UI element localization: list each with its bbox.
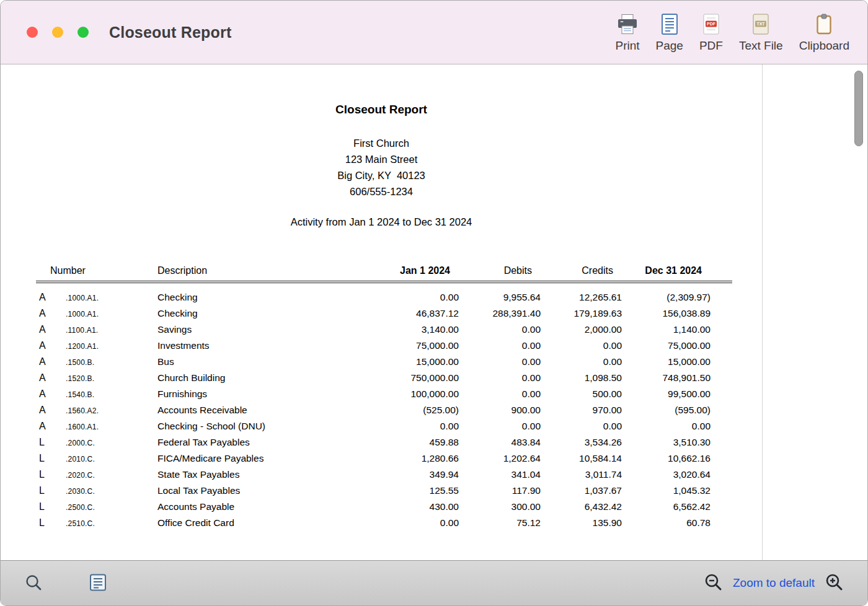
credits-value: 12,265.61 — [541, 289, 622, 305]
table-row: L .2030.C. Local Tax Payables 125.55 117… — [36, 483, 732, 499]
clipboard-icon — [815, 14, 833, 35]
pdf-icon: PDF — [702, 14, 720, 35]
print-button-label: Print — [615, 39, 639, 53]
zoom-out-button[interactable] — [704, 573, 723, 594]
account-number: .1500.B. — [61, 354, 154, 371]
end-balance: 156,038.89 — [622, 305, 711, 322]
debits-value: 0.00 — [459, 322, 541, 338]
account-description: Bus — [154, 354, 355, 370]
end-balance: 60.78 — [622, 515, 711, 531]
table-row: L .2510.C. Office Credit Card 0.00 75.12… — [36, 515, 732, 531]
start-balance: 459.88 — [355, 434, 459, 450]
header-start-date: Jan 1 2024 — [355, 265, 459, 276]
printer-icon — [616, 14, 639, 35]
start-balance: 3,140.00 — [355, 322, 459, 338]
account-description: Office Credit Card — [154, 515, 355, 531]
account-description: Accounts Receivable — [154, 402, 355, 418]
pdf-button[interactable]: PDF PDF — [691, 9, 731, 56]
credits-value: 970.00 — [541, 402, 622, 418]
start-balance: 125.55 — [355, 483, 459, 499]
zoom-in-icon — [825, 573, 844, 594]
table-row: A .1520.B. Church Building 750,000.00 0.… — [36, 370, 732, 386]
magnifier-button[interactable] — [24, 573, 43, 594]
table-row: L .2010.C. FICA/Medicare Payables 1,280.… — [36, 450, 732, 467]
end-balance: 6,562.42 — [622, 499, 711, 515]
report-table-header: Number Description Jan 1 2024 Debits Cre… — [36, 265, 732, 283]
close-window-button[interactable] — [27, 27, 38, 38]
report-text-view-button[interactable] — [89, 573, 107, 594]
magnifier-icon — [24, 573, 43, 594]
account-description: Savings — [154, 322, 355, 338]
print-button[interactable]: Print — [607, 9, 647, 56]
table-row: L .2020.C. State Tax Payables 349.94 341… — [36, 467, 732, 483]
debits-value: 0.00 — [459, 418, 541, 434]
text-file-button[interactable]: TXT Text File — [731, 9, 791, 56]
end-balance: 1,140.00 — [622, 322, 711, 338]
debits-value: 288,391.40 — [459, 305, 541, 322]
end-balance: 1,045.32 — [622, 483, 711, 499]
zoom-to-default-link[interactable]: Zoom to default — [733, 576, 815, 590]
app-window: Closeout Report Print — [0, 0, 868, 606]
account-number: .2020.C. — [61, 467, 154, 483]
credits-value: 500.00 — [541, 386, 622, 402]
statusbar-zoom-controls: Zoom to default — [704, 573, 844, 594]
account-type: A — [36, 289, 61, 305]
org-line: 123 Main Street — [1, 151, 762, 167]
account-number: .2010.C. — [61, 451, 154, 467]
statusbar-left-tools — [24, 573, 107, 594]
minimize-window-button[interactable] — [52, 27, 63, 38]
account-description: Local Tax Payables — [154, 483, 355, 499]
account-type: L — [36, 483, 61, 499]
account-type: A — [36, 322, 61, 338]
account-description: FICA/Medicare Payables — [154, 450, 355, 467]
end-balance: (2,309.97) — [622, 289, 711, 305]
account-description: State Tax Payables — [154, 467, 355, 483]
activity-range-line: Activity from Jan 1 2024 to Dec 31 2024 — [1, 216, 762, 228]
header-debits: Debits — [459, 265, 541, 276]
text-file-button-label: Text File — [739, 39, 783, 53]
text-file-icon: TXT — [751, 14, 770, 35]
account-type: A — [36, 402, 61, 418]
account-type: L — [36, 450, 61, 467]
end-balance: 748,901.50 — [622, 370, 711, 386]
table-row: A .1100.A1. Savings 3,140.00 0.00 2,000.… — [36, 322, 732, 338]
account-number: .1200.A1. — [61, 338, 154, 354]
end-balance: 0.00 — [622, 418, 711, 434]
report-document: Closeout Report First Church123 Main Str… — [1, 64, 762, 533]
account-type: L — [36, 515, 61, 531]
start-balance: 0.00 — [355, 418, 459, 434]
start-balance: 75,000.00 — [355, 338, 459, 354]
end-balance: 15,000.00 — [622, 354, 711, 370]
account-type: A — [36, 354, 61, 370]
zoom-window-button[interactable] — [78, 27, 89, 38]
clipboard-button[interactable]: Clipboard — [791, 9, 857, 56]
vertical-scrollbar-thumb[interactable] — [854, 71, 863, 146]
account-number: .1540.B. — [61, 387, 154, 403]
credits-value: 135.90 — [541, 515, 622, 531]
account-number: .2030.C. — [61, 483, 154, 499]
account-type: L — [36, 467, 61, 483]
account-description: Accounts Payable — [154, 499, 355, 515]
zoom-in-button[interactable] — [825, 573, 844, 594]
account-number: .1000.A1. — [61, 290, 154, 306]
table-row: A .1500.B. Bus 15,000.00 0.00 0.00 15,00… — [36, 354, 732, 370]
debits-value: 0.00 — [459, 370, 541, 386]
credits-value: 3,011.74 — [541, 467, 622, 483]
account-number: .1000.A1. — [61, 306, 154, 322]
end-balance: 75,000.00 — [622, 338, 711, 354]
account-number: .1560.A2. — [61, 403, 154, 419]
start-balance: 0.00 — [355, 515, 459, 531]
start-balance: (525.00) — [355, 402, 459, 418]
account-description: Checking — [154, 289, 355, 305]
credits-value: 6,432.42 — [541, 499, 622, 515]
report-table: Number Description Jan 1 2024 Debits Cre… — [36, 265, 732, 531]
report-view: Closeout Report First Church123 Main Str… — [1, 64, 867, 560]
start-balance: 1,280.66 — [355, 450, 459, 467]
end-balance: 10,662.16 — [622, 450, 711, 467]
page-button[interactable]: Page — [648, 9, 691, 56]
account-type: A — [36, 418, 61, 434]
page-button-label: Page — [656, 39, 683, 53]
account-type: L — [36, 499, 61, 515]
account-type: A — [36, 338, 61, 354]
pdf-button-label: PDF — [699, 39, 723, 53]
